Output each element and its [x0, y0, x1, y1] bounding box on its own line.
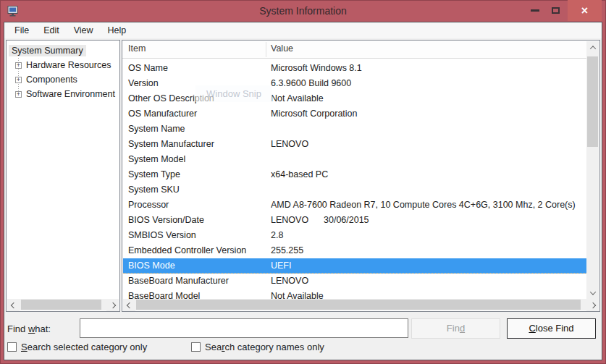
tree-item-label: Software Environment [23, 88, 118, 100]
row-item-cell: BaseBoard Model [128, 289, 200, 299]
window-title: System Information [0, 0, 606, 22]
checkbox[interactable] [191, 342, 201, 352]
tree-item[interactable]: + Components [7, 72, 119, 87]
row-value-cell: Microsoft Windows 8.1 [271, 61, 585, 76]
expand-icon[interactable]: + [15, 77, 22, 83]
minimize-icon [531, 9, 539, 12]
table-row[interactable]: Processor AMD A8-7600 Radeon R7, 10 Comp… [123, 198, 586, 213]
scrollbar-thumb[interactable] [587, 56, 598, 147]
row-value-cell: LENOVO [271, 274, 585, 289]
minimize-button[interactable] [526, 0, 544, 21]
row-value-cell: Not Available [271, 289, 585, 299]
row-item-cell: Processor [128, 198, 169, 213]
row-item-cell: OS Manufacturer [128, 106, 197, 122]
row-value-cell: LENOVO [271, 137, 585, 152]
window-snip-ghost: Window Snip [195, 85, 272, 102]
menu-item[interactable]: Help [101, 22, 134, 38]
table-row[interactable]: Version 6.3.9600 Build 9600 [123, 76, 586, 91]
row-value-cell: Microsoft Corporation [271, 106, 585, 122]
close-button[interactable]: × [568, 0, 602, 21]
titlebar[interactable]: System Information × [0, 0, 606, 22]
row-value-cell: Not Available [271, 91, 585, 106]
menu-item[interactable]: File [7, 22, 36, 38]
table-row[interactable]: BIOS Mode UEFI [123, 258, 586, 274]
tree-horizontal-scrollbar[interactable] [7, 299, 119, 310]
scroll-up-icon[interactable] [586, 41, 599, 54]
row-item-cell: OS Name [128, 61, 168, 76]
row-value2-cell: 30/06/2015 [324, 213, 369, 228]
column-header-item[interactable]: Item [128, 43, 146, 54]
row-item-cell: BIOS Mode [128, 258, 175, 274]
table-row[interactable]: System SKU [123, 182, 586, 198]
table-row[interactable]: Other OS Description Not Available [123, 91, 586, 106]
row-value-cell: x64-based PC [271, 167, 585, 182]
scroll-right-icon[interactable] [106, 299, 119, 311]
table-row[interactable]: System Type x64-based PC [123, 167, 586, 182]
row-item-cell: System Name [128, 122, 185, 137]
checkbox-label: Search selected category only [21, 342, 147, 352]
scroll-right-icon[interactable] [586, 299, 599, 311]
category-tree: System Summary + Hardware Resources + Co… [6, 40, 120, 312]
find-button[interactable]: Find [411, 318, 500, 339]
row-value-cell: UEFI [271, 258, 585, 274]
expand-icon[interactable]: + [15, 62, 22, 69]
find-input[interactable] [80, 318, 408, 338]
row-item-cell: Embedded Controller Version [128, 243, 246, 258]
row-item-cell: SMBIOS Version [128, 228, 196, 243]
table-row[interactable]: OS Name Microsoft Windows 8.1 [123, 61, 586, 76]
row-item-cell: BaseBoard Manufacturer [128, 274, 229, 289]
checkbox-group[interactable]: Search selected category only [7, 342, 147, 352]
menu-bar: FileEditViewHelp [4, 22, 602, 38]
tree-item-label: Components [23, 74, 80, 85]
row-item-cell: BIOS Version/Date [128, 213, 204, 228]
expand-icon[interactable]: + [15, 91, 22, 98]
menu-item[interactable]: View [67, 22, 101, 38]
scroll-down-icon[interactable] [586, 287, 599, 299]
scroll-left-icon[interactable] [123, 299, 135, 311]
vertical-scrollbar[interactable] [586, 41, 599, 299]
maximize-button[interactable] [546, 0, 565, 21]
menu-item[interactable]: Edit [36, 22, 67, 38]
close-icon: × [581, 5, 588, 17]
scrollbar-thumb[interactable] [21, 300, 101, 310]
list-rows: OS Name Microsoft Windows 8.1 Version 6.… [123, 61, 586, 299]
row-value-cell: 2.8 [271, 228, 585, 243]
table-row[interactable]: System Manufacturer LENOVO [123, 137, 586, 152]
row-item-cell: Version [128, 76, 159, 91]
row-item-cell: System SKU [128, 182, 180, 198]
row-item-cell: System Manufacturer [128, 137, 214, 152]
row-value-cell: 255.255 [271, 243, 585, 258]
table-row[interactable]: SMBIOS Version 2.8 [123, 228, 586, 243]
system-information-window: System Information × FileEditViewHelp Sy… [0, 0, 606, 364]
close-find-button[interactable]: Close Find [507, 318, 596, 339]
tree-item-label: System Summary [9, 45, 86, 56]
row-item-cell: System Type [128, 167, 180, 182]
maximize-icon [552, 7, 560, 14]
column-divider[interactable] [266, 42, 266, 57]
table-row[interactable]: BaseBoard Model Not Available [123, 289, 586, 299]
tree-items: System Summary + Hardware Resources + Co… [7, 43, 119, 101]
table-row[interactable]: OS Manufacturer Microsoft Corporation [123, 106, 586, 122]
row-value-cell: AMD A8-7600 Radeon R7, 10 Compute Cores … [271, 198, 585, 213]
tree-item-label: Hardware Resources [23, 59, 114, 71]
column-header-value[interactable]: Value [271, 43, 293, 54]
row-item-cell: System Model [128, 152, 185, 167]
list-header: Item Value [122, 41, 587, 59]
checkbox-group[interactable]: Search category names only [191, 342, 324, 352]
scroll-left-icon[interactable] [7, 299, 20, 311]
scrollbar-thumb[interactable] [136, 300, 581, 310]
checkbox[interactable] [7, 342, 17, 352]
tree-item[interactable]: + Hardware Resources [7, 58, 119, 72]
list-horizontal-scrollbar[interactable] [123, 299, 586, 310]
table-row[interactable]: System Name [123, 122, 586, 137]
details-list: Item Value OS Name Microsoft Windows 8.1… [122, 40, 600, 312]
tree-item[interactable]: System Summary [7, 43, 119, 58]
table-row[interactable]: BIOS Version/Date LENOVO 30/06/2015 [123, 213, 586, 228]
table-row[interactable]: System Model [123, 152, 586, 167]
row-value-cell: LENOVO [271, 213, 308, 228]
table-row[interactable]: Embedded Controller Version 255.255 [123, 243, 586, 258]
row-value-cell: 6.3.9600 Build 9600 [271, 76, 585, 91]
checkbox-row: Search selected category only Search cat… [4, 342, 602, 353]
table-row[interactable]: BaseBoard Manufacturer LENOVO [123, 274, 586, 289]
tree-item[interactable]: + Software Environment [7, 87, 119, 101]
